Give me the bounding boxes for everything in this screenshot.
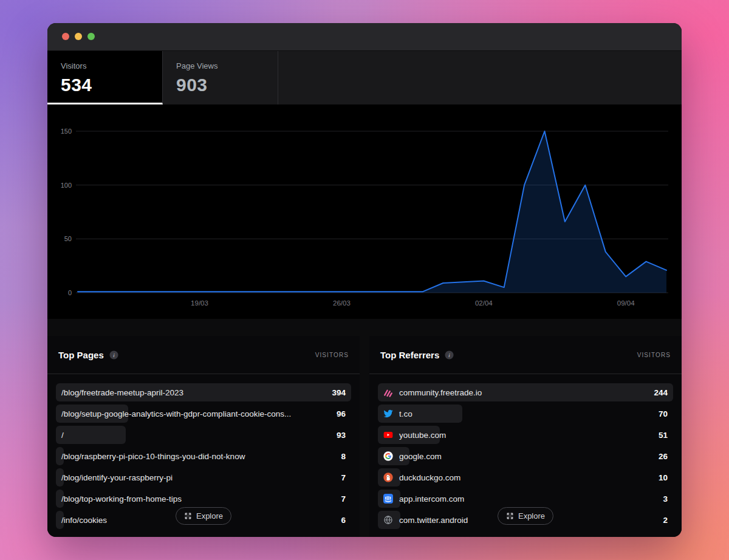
row-value: 244 bbox=[654, 388, 673, 397]
row-value: 10 bbox=[659, 473, 673, 482]
row-label: t.co bbox=[399, 409, 412, 418]
expand-icon bbox=[184, 512, 192, 520]
list-item[interactable]: /blog/identify-your-raspberry-pi7 bbox=[56, 468, 351, 487]
twitter-icon bbox=[383, 409, 393, 418]
row-label: community.freetrade.io bbox=[399, 388, 482, 397]
info-icon[interactable]: i bbox=[109, 350, 118, 360]
tab-page-views[interactable]: Page Views 903 bbox=[163, 51, 278, 104]
row-label: app.intercom.com bbox=[399, 494, 464, 504]
row-value: 96 bbox=[337, 409, 351, 418]
row-label: /blog/identify-your-raspberry-pi bbox=[61, 473, 173, 482]
metric-tabstrip: Visitors 534 Page Views 903 bbox=[47, 50, 682, 104]
window-controls bbox=[62, 33, 95, 40]
list-item[interactable]: app.intercom.com3 bbox=[378, 490, 673, 508]
tab-value: 534 bbox=[61, 75, 162, 95]
list-item[interactable]: /blog/setup-google-analytics-with-gdpr-c… bbox=[56, 405, 351, 423]
row-label: / bbox=[61, 431, 64, 440]
row-value: 394 bbox=[332, 388, 351, 397]
row-value: 26 bbox=[659, 452, 673, 461]
row-value: 93 bbox=[337, 431, 351, 440]
referrers-list: community.freetrade.io244t.co70youtube.c… bbox=[369, 374, 682, 529]
pages-list: /blog/freetrade-meetup-april-2023394/blo… bbox=[47, 374, 360, 529]
list-item[interactable]: google.com26 bbox=[378, 447, 673, 465]
svg-text:50: 50 bbox=[64, 235, 72, 242]
panel-header: Top Pages i VISITORS bbox=[47, 336, 360, 374]
explore-label: Explore bbox=[196, 511, 223, 521]
svg-text:02/04: 02/04 bbox=[475, 299, 493, 307]
row-label: /blog/top-working-from-home-tips bbox=[61, 494, 182, 504]
freetrade-icon bbox=[383, 388, 393, 397]
row-label: /blog/freetrade-meetup-april-2023 bbox=[61, 388, 183, 397]
explore-button[interactable]: Explore bbox=[176, 507, 231, 525]
visitors-chart[interactable]: 05010015019/0326/0302/0409/04 bbox=[47, 104, 682, 319]
row-value: 8 bbox=[341, 452, 351, 461]
tab-label: Visitors bbox=[61, 61, 162, 70]
list-item[interactable]: /93 bbox=[56, 426, 351, 444]
row-label: google.com bbox=[399, 452, 442, 461]
close-button[interactable] bbox=[62, 33, 69, 40]
svg-text:09/04: 09/04 bbox=[617, 299, 635, 307]
google-icon bbox=[383, 451, 393, 461]
svg-text:0: 0 bbox=[68, 289, 72, 296]
intercom-icon bbox=[383, 494, 393, 504]
zoom-button[interactable] bbox=[87, 33, 95, 40]
top-pages-panel: Top Pages i VISITORS /blog/freetrade-mee… bbox=[47, 336, 360, 537]
row-value: 6 bbox=[341, 516, 351, 525]
globe-icon bbox=[383, 515, 393, 525]
value-bar bbox=[56, 426, 126, 444]
panel-header: Top Referrers i VISITORS bbox=[369, 336, 682, 374]
expand-icon bbox=[506, 512, 514, 520]
row-value: 7 bbox=[341, 473, 351, 482]
top-referrers-panel: Top Referrers i VISITORS community.freet… bbox=[369, 336, 682, 537]
row-label: /blog/raspberry-pi-pico-10-things-you-di… bbox=[61, 452, 245, 461]
info-icon[interactable]: i bbox=[445, 350, 454, 360]
row-value: 7 bbox=[341, 494, 351, 504]
minimize-button[interactable] bbox=[75, 33, 82, 40]
list-item[interactable]: /blog/raspberry-pi-pico-10-things-you-di… bbox=[56, 447, 351, 465]
analytics-window: Visitors 534 Page Views 903 05010015019/… bbox=[47, 23, 682, 537]
row-value: 2 bbox=[663, 516, 673, 525]
list-item[interactable]: community.freetrade.io244 bbox=[378, 383, 673, 401]
row-value: 51 bbox=[659, 431, 673, 440]
duckduckgo-icon bbox=[383, 473, 393, 482]
row-value: 70 bbox=[659, 409, 673, 418]
row-label: duckduckgo.com bbox=[399, 473, 460, 482]
youtube-icon bbox=[383, 430, 393, 440]
row-label: youtube.com bbox=[399, 431, 446, 440]
panel-title: Top Referrers bbox=[380, 350, 439, 360]
svg-text:100: 100 bbox=[61, 182, 72, 189]
list-item[interactable]: t.co70 bbox=[378, 405, 673, 423]
row-label: com.twitter.android bbox=[399, 516, 468, 525]
tab-value: 903 bbox=[176, 75, 278, 95]
row-label: /blog/setup-google-analytics-with-gdpr-c… bbox=[61, 409, 291, 418]
row-value: 3 bbox=[663, 494, 673, 504]
explore-label: Explore bbox=[518, 511, 545, 521]
panel-title: Top Pages bbox=[58, 350, 104, 360]
visitors-column-header: VISITORS bbox=[637, 352, 671, 358]
svg-text:19/03: 19/03 bbox=[191, 299, 208, 307]
row-label: /info/cookies bbox=[61, 516, 107, 525]
visitors-column-header: VISITORS bbox=[315, 352, 349, 358]
area-chart-svg: 05010015019/0326/0302/0409/04 bbox=[47, 104, 682, 319]
list-item[interactable]: duckduckgo.com10 bbox=[378, 468, 673, 487]
list-item[interactable]: /blog/freetrade-meetup-april-2023394 bbox=[56, 383, 351, 401]
tab-label: Page Views bbox=[176, 61, 278, 70]
list-item[interactable]: /blog/top-working-from-home-tips7 bbox=[56, 490, 351, 508]
window-titlebar[interactable] bbox=[47, 23, 682, 50]
svg-text:26/03: 26/03 bbox=[333, 299, 351, 307]
explore-button[interactable]: Explore bbox=[498, 507, 553, 525]
list-item[interactable]: youtube.com51 bbox=[378, 426, 673, 444]
tab-visitors[interactable]: Visitors 534 bbox=[47, 51, 163, 104]
svg-text:150: 150 bbox=[61, 128, 72, 135]
